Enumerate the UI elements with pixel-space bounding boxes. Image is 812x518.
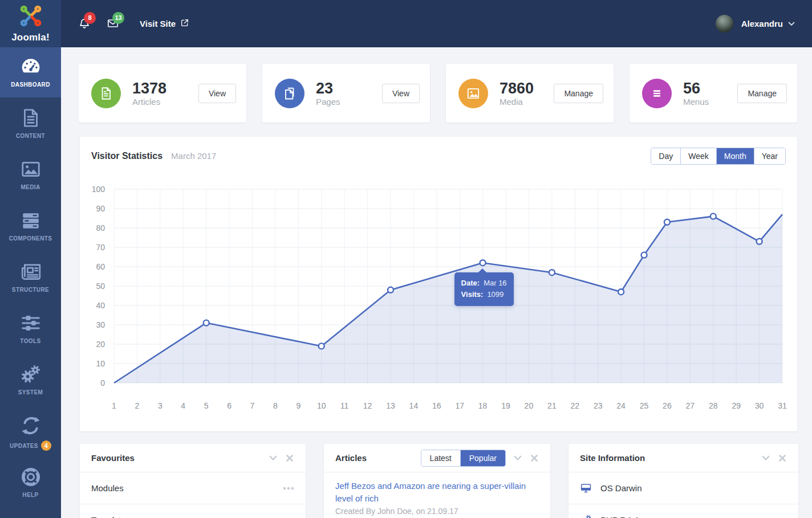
stat-value: 1378 — [132, 80, 167, 96]
articles-tabs: LatestPopular — [421, 450, 506, 467]
visitor-statistics-header: Visitor Statistics March 2017 — [91, 151, 216, 161]
chart-tooltip: Date:Mar 16Visits:1099 — [454, 272, 514, 306]
svg-text:12: 12 — [363, 401, 372, 410]
visit-site-link[interactable]: Visit Site — [140, 18, 189, 29]
sidebar-item-structure[interactable]: STRUCTURE — [0, 251, 61, 303]
sidebar-item-label: UPDATES — [10, 443, 38, 449]
joomla-logo-text: Joomla! — [11, 32, 50, 43]
svg-text:90: 90 — [96, 204, 105, 213]
article-entry: Jeff Bezos and Amazon are nearing a supe… — [324, 472, 550, 516]
site-information-header: Site Information — [569, 444, 798, 472]
range-year-button[interactable]: Year — [754, 148, 785, 164]
svg-text:22: 22 — [571, 401, 580, 410]
bottom-cards-row: Favourites ModulesTemplates Articles Lat… — [80, 444, 798, 518]
range-button-group: DayWeekMonthYear — [651, 148, 786, 165]
svg-text:6: 6 — [227, 401, 232, 410]
updates-count-badge: 4 — [41, 440, 51, 451]
favourite-row-modules[interactable]: Modules — [80, 472, 306, 504]
sidebar-item-system[interactable]: SYSTEM — [0, 354, 61, 405]
svg-text:80: 80 — [96, 223, 105, 233]
svg-text:17: 17 — [455, 401, 464, 410]
sidebar-item-help[interactable]: HELP — [0, 456, 61, 508]
svg-text:1: 1 — [112, 401, 116, 410]
manage-menus-button[interactable]: Manage — [737, 84, 787, 103]
svg-text:20: 20 — [525, 401, 534, 410]
close-icon[interactable] — [778, 454, 787, 463]
collapse-chevron-icon[interactable] — [513, 454, 522, 463]
sidebar-item-components[interactable]: COMPONENTS — [0, 200, 61, 251]
avatar[interactable] — [716, 15, 733, 32]
joomla-logo-icon — [19, 4, 43, 30]
visitor-statistics-chart[interactable]: 0102030405060708090100123456789101112131… — [80, 182, 797, 417]
system-icon — [20, 362, 42, 386]
favourites-title: Favourites — [91, 453, 135, 463]
collapse-chevron-icon[interactable] — [269, 454, 278, 463]
site-information-title: Site Information — [580, 453, 645, 463]
svg-text:10: 10 — [317, 401, 326, 410]
svg-text:60: 60 — [96, 262, 105, 271]
visitor-statistics-title: Visitor Statistics — [91, 151, 163, 161]
manage-media-button[interactable]: Manage — [554, 84, 603, 103]
favourites-header: Favourites — [80, 444, 306, 472]
range-month-button[interactable]: Month — [716, 148, 754, 164]
user-menu[interactable]: Alexandru — [716, 15, 795, 32]
svg-text:70: 70 — [96, 243, 105, 252]
svg-text:19: 19 — [501, 401, 510, 410]
svg-text:16: 16 — [432, 401, 441, 410]
svg-text:29: 29 — [732, 401, 741, 410]
site-info-text: PHP 7.1.1 — [600, 515, 639, 518]
sidebar-item-label: MEDIA — [21, 184, 40, 190]
user-name[interactable]: Alexandru — [741, 19, 783, 28]
sidebar-item-label: STRUCTURE — [12, 287, 49, 293]
content-icon — [20, 106, 42, 130]
range-day-button[interactable]: Day — [651, 148, 680, 164]
messages-badge: 13 — [112, 12, 124, 24]
structure-icon — [20, 260, 42, 284]
svg-text:23: 23 — [594, 401, 603, 410]
visitor-statistics-card: Visitor Statistics March 2017 DayWeekMon… — [80, 137, 797, 431]
tab-latest[interactable]: Latest — [421, 450, 460, 466]
svg-text:27: 27 — [686, 401, 695, 410]
stat-label: Articles — [132, 97, 167, 107]
sidebar-item-tools[interactable]: TOOLS — [0, 303, 61, 354]
svg-text:21: 21 — [547, 401, 557, 410]
notifications-bell-icon[interactable]: 8 — [78, 17, 92, 31]
articles-title: Articles — [335, 453, 367, 463]
stat-card-articles: 1378ArticlesView — [79, 64, 246, 123]
sidebar-item-content[interactable]: CONTENT — [0, 97, 61, 149]
sidebar: DASHBOARDCONTENTMEDIACOMPONENTSSTRUCTURE… — [0, 47, 61, 518]
sidebar-item-media[interactable]: MEDIA — [0, 149, 61, 200]
tooltip-date-label: Date: — [461, 278, 480, 289]
sidebar-item-label: SYSTEM — [18, 389, 43, 395]
sidebar-item-label: CONTENT — [16, 133, 45, 139]
close-icon[interactable] — [530, 454, 539, 463]
joomla-logo-tile[interactable]: Joomla! — [0, 0, 61, 47]
site-info-text: OS Darwin — [600, 483, 642, 493]
sidebar-item-dashboard[interactable]: DASHBOARD — [0, 47, 61, 97]
article-link[interactable]: Jeff Bezos and Amazon are nearing a supe… — [335, 480, 539, 505]
stat-value: 23 — [316, 80, 340, 96]
range-week-button[interactable]: Week — [680, 148, 716, 164]
articles-body: Jeff Bezos and Amazon are nearing a supe… — [324, 472, 550, 516]
svg-text:30: 30 — [755, 401, 764, 410]
view-pages-button[interactable]: View — [382, 84, 420, 103]
visit-site-label: Visit Site — [140, 19, 176, 28]
stat-card-menus: 56MenusManage — [630, 64, 797, 123]
stat-label: Media — [500, 97, 534, 107]
messages-envelope-icon[interactable]: 13 — [107, 17, 120, 31]
favourite-row-templates[interactable]: Templates — [80, 504, 306, 518]
svg-text:0: 0 — [100, 378, 105, 388]
gears-icon — [580, 514, 592, 518]
svg-text:11: 11 — [340, 401, 349, 410]
svg-text:26: 26 — [663, 401, 672, 410]
view-articles-button[interactable]: View — [198, 84, 236, 103]
sidebar-item-label: DASHBOARD — [11, 81, 50, 88]
svg-text:2: 2 — [135, 401, 140, 410]
tab-popular[interactable]: Popular — [460, 450, 505, 466]
collapse-chevron-icon[interactable] — [761, 454, 770, 463]
ellipsis-icon[interactable] — [283, 487, 294, 490]
svg-text:20: 20 — [96, 340, 105, 349]
articles-card: Articles LatestPopular Jeff Bezos and Am… — [324, 444, 550, 518]
close-icon[interactable] — [285, 454, 294, 463]
sidebar-item-updates[interactable]: UPDATES4 — [0, 405, 61, 456]
